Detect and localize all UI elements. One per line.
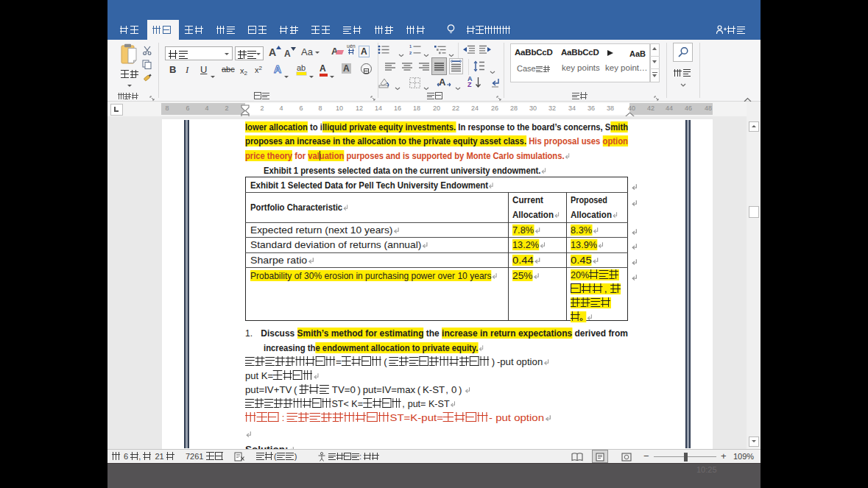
svg-text:1: 1 [409,45,412,49]
svg-text:2: 2 [409,51,412,54]
